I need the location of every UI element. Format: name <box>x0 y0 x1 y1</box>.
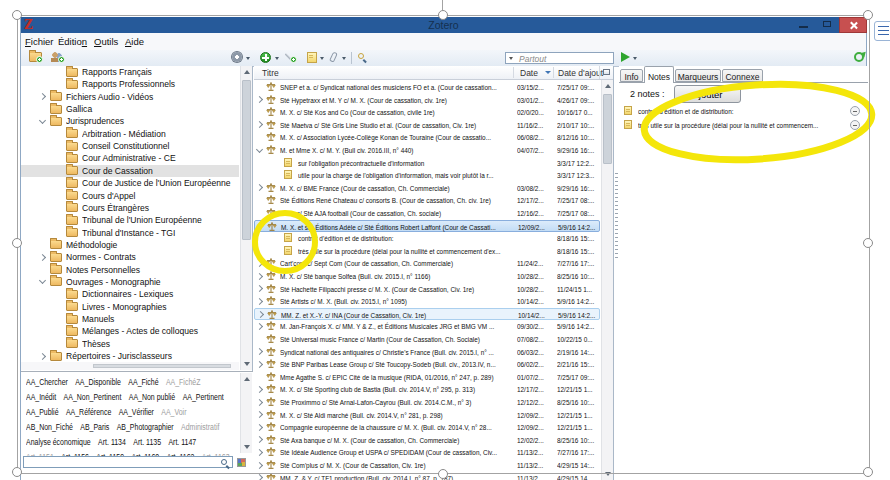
collection-tribunal-d-instance-tgi[interactable]: Tribunal d'Instance - TGI <box>21 227 239 239</box>
tag-colors-icon[interactable] <box>237 458 246 467</box>
menu-outils[interactable]: Outils <box>94 36 118 47</box>
item-row[interactable]: M. X. c/ Sté AJA football (Cour de cassa… <box>254 207 600 220</box>
collection-tribunal-de-l-union-europ-enne[interactable]: Tribunal de l'Union Européenne <box>21 214 239 226</box>
collection-rapports-professionnels[interactable]: Rapports Professionnels <box>21 78 239 90</box>
column-date[interactable]: Date <box>520 68 538 78</box>
collection-conseil-constitutionnel[interactable]: Conseil Constitutionnel <box>21 140 239 152</box>
chevron-down-icon[interactable] <box>257 222 264 229</box>
tag[interactable]: AB_Paris <box>80 419 109 432</box>
tag[interactable]: AA_Publié <box>26 404 59 417</box>
tag[interactable]: AA_FichéZ <box>166 374 200 387</box>
item-row[interactable]: Sté Hachette Filipacchi presse c/ M. X. … <box>254 283 600 296</box>
chevron-right-icon[interactable] <box>256 411 263 418</box>
tag[interactable]: Art. 1134 <box>98 434 126 447</box>
new-item-button[interactable] <box>260 52 271 63</box>
tag[interactable]: AA_Vérifier <box>119 404 154 417</box>
tag[interactable]: AA_Chercher <box>26 374 68 387</box>
collection-notes-personnelles[interactable]: Notes Personnelles <box>21 264 239 276</box>
tab-notes[interactable]: Notes <box>644 66 674 83</box>
column-title[interactable]: Titre <box>262 68 279 78</box>
collection-cours-d-appel[interactable]: Cours d'Appel <box>21 190 239 202</box>
chevron-right-icon[interactable] <box>256 461 263 468</box>
menu-fichier[interactable]: Fichier <box>25 36 54 47</box>
chevron-right-icon[interactable] <box>256 398 263 405</box>
new-note-button[interactable] <box>307 52 317 63</box>
chevron-right-icon[interactable] <box>256 285 263 292</box>
chevron-right-icon[interactable] <box>256 323 263 330</box>
column-date-added[interactable]: Date d'ajout <box>558 68 603 78</box>
item-row[interactable]: Sté Maetva c/ Sté Gris Line Studio et al… <box>254 119 600 132</box>
tag[interactable]: AA_Pertinent <box>183 389 224 402</box>
chevron-right-icon[interactable] <box>256 386 263 393</box>
item-row[interactable]: Mme Agathe S. c/ EPIC Cité de la musique… <box>254 371 600 384</box>
item-row[interactable]: Sté Artists c/ M. X. (Bull. civ. 2015.I,… <box>254 295 600 308</box>
item-row[interactable]: Cart'com c/ Sept Com (Cour de cassation,… <box>254 257 600 270</box>
tag[interactable]: AA_Inédit <box>26 389 56 402</box>
minimize-button[interactable] <box>793 17 815 33</box>
collection-fichiers-audio-vid-os[interactable]: Fichiers Audio - Vidéos <box>21 91 239 103</box>
tag-search-input[interactable] <box>23 456 233 468</box>
chevron-right-icon[interactable] <box>256 361 263 368</box>
items-scrollbar[interactable] <box>601 80 613 480</box>
tag[interactable]: AA_Fiché <box>128 374 158 387</box>
item-row-note[interactable]: contrat d'édition et de distribution:8/1… <box>254 232 600 245</box>
chevron-down-icon[interactable] <box>39 117 46 124</box>
item-row[interactable]: Sté Proximmo c/ Sté Arnal-Lafon-Cayrou (… <box>254 396 600 409</box>
item-row[interactable]: Sté Éditions René Chateau c/ consorts B.… <box>254 194 600 207</box>
tag[interactable]: AA_Non_Pertinent <box>64 389 122 402</box>
chevron-right-icon[interactable] <box>39 353 46 360</box>
collection-th-ses[interactable]: Thèses <box>21 338 239 350</box>
item-row[interactable]: SNEP et a. c/ Syndicat national des musi… <box>254 81 600 94</box>
add-attachment-caret-icon[interactable] <box>342 57 346 60</box>
item-row[interactable]: MM. Z. & Y. c/ TF1 production (Bull. civ… <box>254 472 600 480</box>
item-row[interactable]: MM. Z. et X.-Y. c/ INA (Cour de Cassatio… <box>254 308 600 321</box>
add-note-button[interactable]: Ajouter <box>674 85 741 103</box>
collection-livres-monographies[interactable]: Livres - Monographies <box>21 301 239 313</box>
tags-scrollbar[interactable] <box>240 373 252 453</box>
remove-note-button[interactable] <box>850 106 860 116</box>
collections-scrollbar[interactable] <box>240 66 252 370</box>
item-row[interactable]: Sté BNP Paribas Lease Group c/ Sté Touco… <box>254 358 600 371</box>
remove-note-button[interactable] <box>850 120 860 130</box>
chevron-right-icon[interactable] <box>256 348 263 355</box>
item-row[interactable]: M. X. c/ Sté banque Solfea (Bull. civ. 2… <box>254 270 600 283</box>
pane-splitter[interactable] <box>615 173 618 258</box>
item-row[interactable]: Syndicat national des antiquaires c/ Chr… <box>254 346 600 359</box>
chevron-right-icon[interactable] <box>256 474 263 480</box>
chevron-right-icon[interactable] <box>256 184 263 191</box>
item-row[interactable]: M. X. c/ BME France (Cour de cassation, … <box>254 182 600 195</box>
tab-marqueurs[interactable]: Marqueurs <box>675 69 721 82</box>
new-item-caret-icon[interactable] <box>275 57 279 60</box>
collection-cours-trang-res[interactable]: Cours Étrangères <box>21 202 239 214</box>
item-row[interactable]: Sté Universal music France c/ Martin (Co… <box>254 333 600 346</box>
item-row-note[interactable]: sur l'obligation précontractuelle d'info… <box>254 157 600 170</box>
collection-cour-de-justice-de-l-union-europ-enne[interactable]: Cour de Justice de l'Union Européenne <box>21 177 239 189</box>
chevron-down-icon[interactable] <box>256 145 263 152</box>
tab-connexe[interactable]: Connexe <box>722 69 763 82</box>
item-row[interactable]: M. X. c/ Sté Aldi marché (Bull. civ. 201… <box>254 409 600 422</box>
actions-gear-button[interactable] <box>232 52 242 62</box>
collection-r-pertoires-jurisclasseurs[interactable]: Répertoires - Jurisclasseurs <box>21 350 239 362</box>
column-picker-icon[interactable] <box>599 66 613 79</box>
tag[interactable]: AB_Photographier <box>117 419 174 432</box>
new-note-caret-icon[interactable] <box>320 57 324 60</box>
new-group-button[interactable] <box>51 52 63 62</box>
collection-ouvrages-monographie[interactable]: Ouvrages - Monographie <box>21 276 239 288</box>
advanced-search-button[interactable] <box>358 52 364 58</box>
tag[interactable]: Art. 1135 <box>133 434 161 447</box>
tag[interactable]: AA_Voir <box>161 404 186 417</box>
chevron-right-icon[interactable] <box>256 260 263 267</box>
note-row[interactable]: contrat d'édition et de distribution: <box>623 105 866 119</box>
tag[interactable]: Analyse économique <box>26 434 91 447</box>
item-row[interactable]: Sté Com'plus c/ M. X. (Cour de Cassation… <box>254 459 600 472</box>
tag[interactable]: AB_Non_Fiché <box>26 419 73 432</box>
collection-cour-de-cassation[interactable]: Cour de Cassation <box>21 165 239 177</box>
tag[interactable]: Art. 1147 <box>168 434 196 447</box>
close-button[interactable] <box>839 17 867 33</box>
maximize-button[interactable] <box>817 17 839 33</box>
chevron-right-icon[interactable] <box>256 436 263 443</box>
item-row[interactable]: Sté Idéale Audience Group et USPA c/ SPE… <box>254 446 600 459</box>
chevron-right-icon[interactable] <box>256 424 263 431</box>
collection-m-langes-actes-de-colloques[interactable]: Mélanges - Actes de colloques <box>21 325 239 337</box>
chevron-right-icon[interactable] <box>256 121 263 128</box>
